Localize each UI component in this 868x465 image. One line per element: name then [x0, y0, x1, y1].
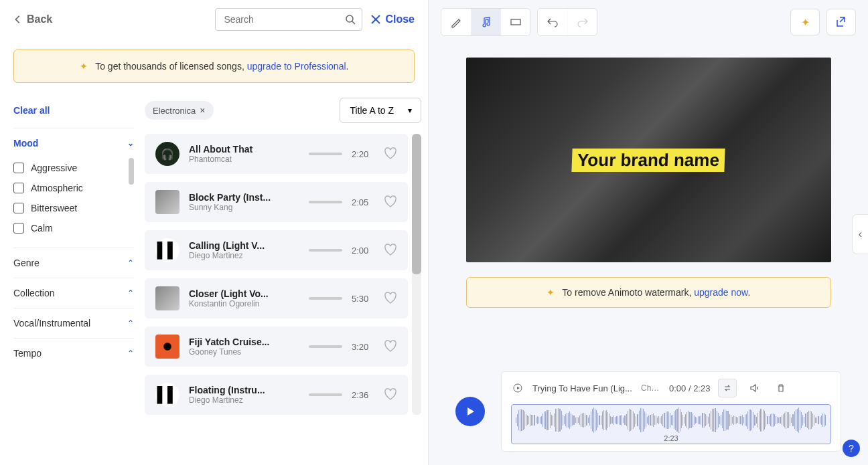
back-label: Back	[27, 13, 52, 25]
search-input[interactable]	[215, 8, 362, 31]
favorite-button[interactable]	[384, 340, 397, 353]
time-display: 0:00 / 2:23	[669, 383, 710, 393]
favorite-button[interactable]	[384, 195, 397, 209]
filter-header-mood[interactable]: Mood ⌄	[13, 138, 134, 149]
track-info: Fiji Yatch Cruise...Gooney Tunes	[189, 337, 299, 357]
back-button[interactable]: Back	[13, 13, 52, 25]
choose-track-link[interactable]: Cho...	[641, 383, 661, 393]
track-info: Closer (Light Vo...Konstantin Ogorelin	[189, 288, 299, 308]
watermark-banner: ✦ To remove Animoto watermark, upgrade n…	[466, 277, 831, 308]
waveform[interactable]: 2:23	[511, 404, 831, 444]
waveform-duration: 2:23	[664, 434, 678, 442]
track-info: Floating (Instru...Diego Martinez	[189, 385, 299, 405]
volume-button[interactable]	[745, 379, 764, 397]
sort-dropdown[interactable]: Title A to Z	[340, 98, 421, 123]
redo-button[interactable]	[567, 9, 597, 35]
search-box	[215, 8, 362, 31]
track-row[interactable]: Block Party (Inst...Sunny Kang2:05	[145, 182, 408, 222]
upgrade-link[interactable]: upgrade to Professional	[247, 61, 346, 72]
scrollbar-thumb[interactable]	[412, 134, 421, 274]
filter-label: Tempo	[13, 348, 42, 359]
player-card: Trying To Have Fun (Lig... Cho... 0:00 /…	[501, 371, 841, 452]
help-button[interactable]: ?	[843, 440, 860, 457]
filter-section-tempo: Tempo ⌃	[13, 338, 134, 368]
search-icon[interactable]	[345, 14, 356, 25]
scrollbar-thumb[interactable]	[129, 158, 134, 185]
filter-label: Collection	[13, 288, 54, 298]
edit-tool-button[interactable]	[441, 9, 471, 35]
track-art	[155, 335, 179, 359]
play-button[interactable]	[455, 397, 485, 426]
watermark-upgrade-link[interactable]: upgrade now	[694, 287, 747, 298]
track-artist: Konstantin Ogorelin	[189, 299, 299, 308]
track-duration: 3:20	[352, 342, 374, 352]
track-progress	[309, 201, 342, 203]
filter-section-collection: Collection ⌃	[13, 278, 134, 308]
favorite-button[interactable]	[384, 147, 397, 161]
video-preview[interactable]: Your brand name	[466, 58, 831, 262]
track-row[interactable]: Closer (Light Vo...Konstantin Ogorelin5:…	[145, 278, 408, 318]
upgrade-text: To get thousands of licensed songs,	[95, 61, 246, 72]
watermark-text: To remove Animoto watermark,	[562, 287, 694, 298]
chevron-up-icon: ⌃	[127, 288, 134, 298]
checkbox[interactable]	[13, 163, 24, 173]
track-duration: 2:36	[352, 390, 374, 400]
filter-opt[interactable]: Atmospheric	[13, 178, 127, 198]
favorite-button[interactable]	[384, 244, 397, 257]
track-art: ▌▌	[155, 238, 179, 262]
track-title: Floating (Instru...	[189, 385, 299, 395]
track-progress	[309, 345, 342, 348]
sparkle-button[interactable]: ✦	[790, 9, 820, 35]
chevron-left-icon	[13, 15, 23, 24]
mini-play-button[interactable]	[511, 381, 524, 395]
filter-tag-chip: Electronica ×	[145, 101, 214, 120]
undo-button[interactable]	[538, 9, 567, 35]
clear-all-button[interactable]: Clear all	[13, 105, 50, 116]
filter-header[interactable]: Vocal/Instrumental ⌃	[13, 318, 134, 329]
track-duration: 2:20	[352, 149, 374, 159]
track-row[interactable]: Fiji Yatch Cruise...Gooney Tunes3:20	[145, 327, 408, 367]
filter-header[interactable]: Genre ⌃	[13, 258, 134, 268]
music-tool-button[interactable]	[471, 9, 500, 35]
track-info: Block Party (Inst...Sunny Kang	[189, 192, 299, 212]
loop-button[interactable]	[718, 379, 737, 397]
close-button[interactable]: Close	[370, 13, 415, 25]
filter-opt[interactable]: Bittersweet	[13, 198, 127, 218]
export-button[interactable]	[826, 9, 856, 35]
brand-overlay-text: Your brand name	[571, 149, 725, 172]
filter-label: Vocal/Instrumental	[13, 318, 90, 329]
track-title: Block Party (Inst...	[189, 192, 299, 203]
upgrade-banner: ✦ To get thousands of licensed songs, up…	[13, 50, 415, 83]
filter-header[interactable]: Collection ⌃	[13, 288, 134, 298]
close-icon	[370, 14, 381, 25]
aspect-tool-button[interactable]	[500, 9, 530, 35]
track-duration: 2:00	[352, 246, 374, 256]
favorite-button[interactable]	[384, 388, 397, 401]
chevron-up-icon: ⌃	[127, 349, 134, 358]
side-panel-toggle[interactable]: ‹	[852, 214, 868, 254]
track-row[interactable]: ▌▌Calling (Light V...Diego Martinez2:00	[145, 230, 408, 270]
filter-section-genre: Genre ⌃	[13, 248, 134, 278]
checkbox[interactable]	[13, 223, 24, 234]
favorite-button[interactable]	[384, 292, 397, 305]
track-title: Closer (Light Vo...	[189, 288, 299, 299]
checkbox[interactable]	[13, 203, 24, 213]
track-artist: Phantomcat	[189, 155, 299, 164]
track-row[interactable]: ▌▌Floating (Instru...Diego Martinez2:36	[145, 375, 408, 415]
close-label: Close	[385, 13, 415, 25]
delete-button[interactable]	[772, 379, 790, 397]
track-art	[155, 190, 179, 214]
checkbox[interactable]	[13, 183, 24, 193]
svg-point-0	[346, 15, 353, 22]
scrollbar-track[interactable]	[412, 134, 421, 415]
editor-toolbar: ✦	[429, 0, 868, 44]
filter-opt[interactable]: Calm	[13, 218, 127, 238]
sparkle-icon: ✦	[80, 61, 88, 72]
filter-header[interactable]: Tempo ⌃	[13, 348, 134, 359]
track-artist: Diego Martinez	[189, 251, 299, 260]
track-artist: Diego Martinez	[189, 395, 299, 405]
track-artist: Sunny Kang	[189, 203, 299, 212]
filter-opt[interactable]: Aggressive	[13, 158, 127, 178]
remove-tag-icon[interactable]: ×	[200, 105, 205, 116]
track-row[interactable]: 🎧All About ThatPhantomcat2:20	[145, 134, 408, 174]
